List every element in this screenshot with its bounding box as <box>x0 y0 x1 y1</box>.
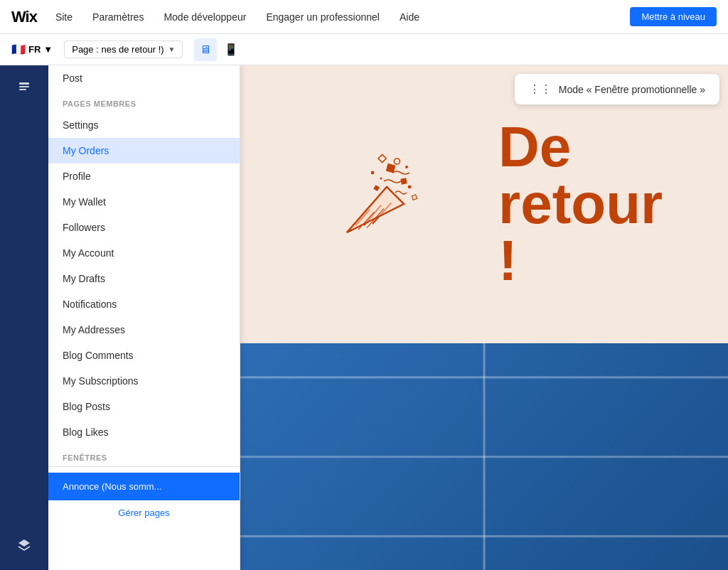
gerer-pages-button[interactable]: Gérer pages <box>48 500 240 525</box>
svg-rect-9 <box>400 178 407 185</box>
dropdown-item-profile[interactable]: Profile <box>48 163 240 189</box>
celebration-line2: retour <box>498 176 700 232</box>
promo-banner[interactable]: ⋮⋮ Mode « Fenêtre promotionnelle » <box>515 74 719 104</box>
promo-banner-grid-icon: ⋮⋮ <box>529 82 552 96</box>
dropdown-item-blog-likes[interactable]: Blog Likes <box>48 419 240 445</box>
nav-mode-developpeur[interactable]: Mode développeur <box>162 9 247 26</box>
view-icons: 🖥 📱 <box>194 38 242 61</box>
section-label-pages-membres: PAGES MEMBRES <box>48 91 240 112</box>
party-horn-svg <box>313 140 427 268</box>
dropdown-panel: Post PAGES MEMBRES Settings My Orders Pr… <box>48 65 240 570</box>
dropdown-item-my-account-label: My Account <box>63 247 114 259</box>
lang-label: FR <box>28 44 41 55</box>
dropdown-item-post-label: Post <box>63 72 82 84</box>
svg-point-11 <box>370 171 374 175</box>
dropdown-item-followers[interactable]: Followers <box>48 215 240 240</box>
desktop-view-icon[interactable]: 🖥 <box>194 38 217 61</box>
nav-parametres[interactable]: Paramètres <box>91 9 145 26</box>
dropdown-item-my-subscriptions-label: My Subscriptions <box>63 375 139 387</box>
main-layout: Post PAGES MEMBRES Settings My Orders Pr… <box>0 65 728 570</box>
site-content: De retour ! <box>240 65 728 570</box>
celebration-text: De retour ! <box>470 119 700 289</box>
svg-rect-2 <box>19 89 26 90</box>
svg-point-13 <box>405 166 408 168</box>
svg-rect-15 <box>373 185 380 191</box>
dropdown-item-my-subscriptions[interactable]: My Subscriptions <box>48 368 240 394</box>
upgrade-button[interactable]: Mettre à niveau <box>630 7 717 26</box>
dropdown-item-annonce-label: Annonce (Nous somm... <box>63 481 161 492</box>
tennis-court-svg <box>240 343 728 571</box>
section-label-fenetres: FENÊTRES <box>48 445 240 466</box>
svg-rect-16 <box>412 195 417 200</box>
page-chevron-icon: ▼ <box>168 45 176 53</box>
dropdown-item-my-wallet-label: My Wallet <box>63 196 106 208</box>
celebration-line1: De <box>498 119 700 176</box>
celebration-line3: ! <box>498 232 700 289</box>
sidebar-document-icon[interactable] <box>10 74 38 102</box>
svg-point-10 <box>394 158 400 164</box>
left-sidebar <box>0 65 48 570</box>
svg-point-12 <box>407 185 411 189</box>
nav-aide[interactable]: Aide <box>398 9 421 26</box>
nav-site[interactable]: Site <box>54 9 74 26</box>
dropdown-item-annonce[interactable]: Annonce (Nous somm... <box>48 473 240 500</box>
dropdown-item-followers-label: Followers <box>63 222 105 233</box>
dropdown-item-my-addresses[interactable]: My Addresses <box>48 317 240 343</box>
dropdown-item-notifications[interactable]: Notifications <box>48 291 240 317</box>
tennis-bg <box>240 343 728 571</box>
lang-chevron: ▼ <box>43 44 53 55</box>
dropdown-item-profile-label: Profile <box>63 171 91 182</box>
svg-rect-1 <box>19 86 29 87</box>
sidebar-bottom <box>10 530 38 559</box>
gerer-pages-label: Gérer pages <box>118 507 169 518</box>
second-bar: 🇫🇷 FR ▼ Page : nes de retour !) ▼ 🖥 📱 <box>0 34 728 65</box>
sidebar-layers-icon[interactable] <box>10 530 38 559</box>
dropdown-item-blog-posts-label: Blog Posts <box>63 401 110 412</box>
dropdown-item-blog-comments[interactable]: Blog Comments <box>48 343 240 368</box>
page-selector[interactable]: Page : nes de retour !) ▼ <box>64 41 183 58</box>
flag-icon: 🇫🇷 <box>11 45 26 55</box>
dropdown-item-my-drafts-label: My Drafts <box>63 273 105 284</box>
top-nav: Wix Site Paramètres Mode développeur Eng… <box>0 0 728 34</box>
dropdown-item-blog-likes-label: Blog Likes <box>63 426 109 438</box>
dropdown-footer: Annonce (Nous somm... Gérer pages <box>48 466 240 531</box>
wix-logo-text: Wix <box>11 8 37 26</box>
language-selector[interactable]: 🇫🇷 FR ▼ <box>6 41 58 58</box>
mobile-view-icon[interactable]: 📱 <box>220 38 242 61</box>
dropdown-item-blog-posts[interactable]: Blog Posts <box>48 394 240 419</box>
top-nav-right: Mettre à niveau <box>630 7 717 26</box>
dropdown-item-my-addresses-label: My Addresses <box>63 324 125 335</box>
promo-banner-text: Mode « Fenêtre promotionnelle » <box>559 84 705 95</box>
dropdown-item-post[interactable]: Post <box>48 65 240 91</box>
nav-engager[interactable]: Engager un professionnel <box>264 9 381 26</box>
dropdown-item-my-orders[interactable]: My Orders <box>48 138 240 163</box>
dropdown-item-notifications-label: Notifications <box>63 299 117 310</box>
dropdown-item-settings-label: Settings <box>63 119 99 131</box>
dropdown-item-my-account[interactable]: My Account <box>48 240 240 266</box>
svg-rect-0 <box>19 82 29 85</box>
celebration-section: De retour ! <box>240 65 728 343</box>
dropdown-item-my-drafts[interactable]: My Drafts <box>48 266 240 291</box>
celebration-illustration <box>269 140 470 268</box>
dropdown-item-my-orders-label: My Orders <box>63 145 109 156</box>
tennis-section <box>240 343 728 571</box>
dropdown-item-settings[interactable]: Settings <box>48 112 240 138</box>
svg-point-14 <box>380 178 382 180</box>
page-selector-label: Page : nes de retour !) <box>72 44 164 55</box>
canvas-area: ⋮⋮ Mode « Fenêtre promotionnelle » <box>240 65 728 570</box>
wix-logo: Wix <box>11 8 37 26</box>
dropdown-item-my-wallet[interactable]: My Wallet <box>48 189 240 215</box>
dropdown-item-blog-comments-label: Blog Comments <box>63 350 134 361</box>
